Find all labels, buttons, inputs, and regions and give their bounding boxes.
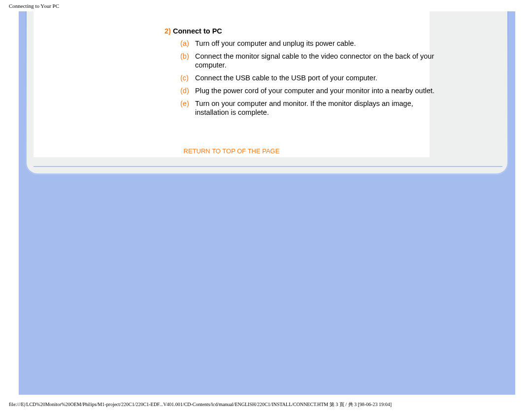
list-item: (c) Connect the USB cable to the USB por… [180, 73, 446, 82]
item-letter: (d) [180, 86, 195, 95]
list-item: (d) Plug the power cord of your computer… [180, 86, 446, 95]
item-letter: (e) [180, 99, 195, 117]
page-title: Connecting to Your PC [9, 3, 59, 9]
content-panel-border: 2) Connect to PC (a) Turn off your compu… [26, 11, 508, 175]
step-heading: 2) Connect to PC [165, 27, 222, 35]
step-list: (a) Turn off your computer and unplug it… [180, 39, 446, 121]
content-panel: 2) Connect to PC (a) Turn off your compu… [27, 11, 507, 173]
list-item: (e) Turn on your computer and monitor. I… [180, 99, 446, 117]
item-text: Connect the monitor signal cable to the … [195, 52, 446, 69]
item-text: Turn on your computer and monitor. If th… [195, 99, 446, 117]
item-letter: (a) [180, 39, 195, 48]
step-title-text: Connect to PC [173, 27, 222, 35]
item-text: Connect the USB cable to the USB port of… [195, 73, 377, 82]
item-text: Turn off your computer and unplug its po… [195, 39, 356, 48]
step-number: 2) [165, 27, 171, 35]
divider-line [33, 166, 502, 167]
item-text: Plug the power cord of your computer and… [195, 86, 434, 95]
item-letter: (b) [180, 52, 195, 69]
return-to-top-link[interactable]: RETURN TO TOP OF THE PAGE [33, 147, 430, 155]
page-background: 2) Connect to PC (a) Turn off your compu… [19, 11, 515, 395]
list-item: (b) Connect the monitor signal cable to … [180, 52, 446, 69]
item-letter: (c) [180, 73, 195, 82]
list-item: (a) Turn off your computer and unplug it… [180, 39, 446, 48]
content-card: 2) Connect to PC (a) Turn off your compu… [33, 11, 430, 157]
footer-path-text: file:///E|/LCD%20Monitor%20OEM/Philips/M… [9, 401, 392, 408]
